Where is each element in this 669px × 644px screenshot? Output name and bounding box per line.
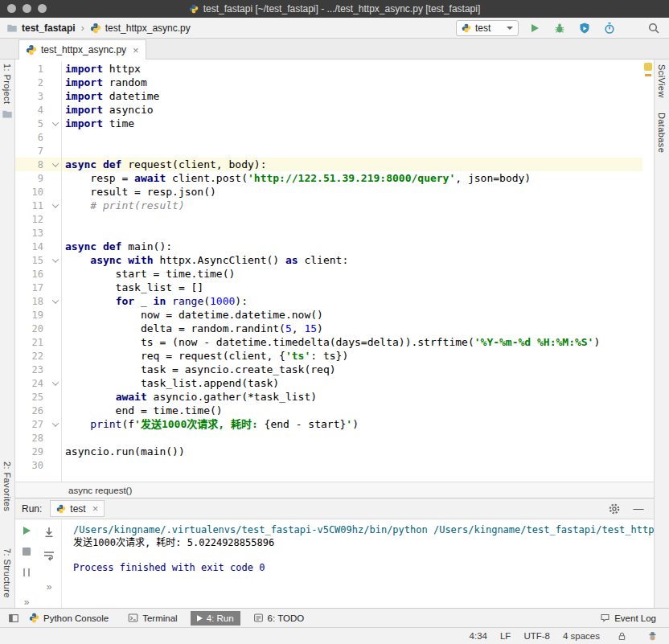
tool-button-terminal[interactable]: Terminal — [121, 610, 183, 626]
caret-position-widget[interactable]: 4:34 — [470, 631, 487, 641]
tool-button-run[interactable]: 4: Run — [191, 611, 240, 626]
gutter-line: 24 — [15, 376, 61, 390]
toolbar-overflow-chevron[interactable]: » — [47, 581, 52, 593]
close-run-tab-icon[interactable]: × — [92, 503, 99, 514]
inspections-indicator-icon[interactable] — [644, 63, 652, 71]
tool-button-project[interactable]: 1: Project — [0, 64, 14, 120]
gutter-line: 19 — [15, 308, 61, 322]
breadcrumb-file[interactable]: test_httpx_async.py — [105, 23, 191, 34]
breadcrumb-scope[interactable]: async request() — [68, 486, 132, 495]
fold-gutter — [50, 240, 61, 253]
fold-chevron-icon[interactable] — [50, 417, 61, 431]
run-config-name: test — [475, 23, 490, 34]
hide-panel-button[interactable]: — — [630, 500, 647, 518]
line-number: 4 — [15, 105, 50, 116]
code-line: resp = await client.post('http://122.51.… — [65, 171, 642, 185]
scroll-to-end-button[interactable] — [40, 523, 58, 541]
breadcrumb-project[interactable]: test_fastapi — [22, 23, 76, 34]
fold-gutter — [50, 431, 61, 445]
encoding-widget[interactable]: UTF-8 — [523, 631, 550, 641]
play-icon — [532, 24, 539, 32]
run-config-icon — [462, 23, 471, 33]
line-number: 22 — [15, 351, 50, 362]
readonly-lock-button[interactable] — [613, 627, 630, 644]
gutter-line: 10 — [15, 185, 61, 199]
run-configuration-select[interactable]: test — [456, 20, 519, 36]
line-number: 2 — [15, 77, 50, 88]
run-tool-window: Run: test × — — [15, 498, 654, 608]
gutter-line: 12 — [15, 212, 61, 226]
gutter-line: 27 — [15, 417, 61, 431]
line-number: 14 — [15, 241, 50, 252]
fold-chevron-icon[interactable] — [50, 294, 61, 308]
code-line: import httpx — [65, 62, 642, 76]
tool-button-structure[interactable]: 7: Structure — [0, 548, 14, 598]
code-line — [65, 458, 642, 472]
console-output[interactable]: /Users/kingname/.virtualenvs/test_fastap… — [62, 519, 654, 608]
fold-chevron-icon[interactable] — [50, 158, 61, 171]
line-number: 11 — [15, 200, 50, 211]
editor-tab-bar: test_httpx_async.py × — [0, 39, 669, 59]
profiler-button[interactable] — [601, 19, 618, 37]
down-arrow-icon — [43, 526, 55, 539]
tool-button-event-log[interactable]: Event Log — [593, 610, 663, 626]
project-label: 1: Project — [2, 64, 12, 104]
tool-button-favorites[interactable]: 2: Favorites — [0, 461, 14, 511]
zoom-window-button[interactable] — [38, 4, 47, 13]
fold-gutter — [50, 103, 61, 117]
gutter-line: 1 — [15, 62, 61, 76]
run-tab[interactable]: test × — [50, 500, 105, 517]
editor-tab[interactable]: test_httpx_async.py × — [18, 39, 146, 59]
stop-button[interactable] — [18, 544, 35, 560]
code-line: task_list = [] — [65, 281, 642, 294]
soft-wrap-button[interactable] — [40, 547, 58, 564]
fold-gutter — [50, 281, 61, 294]
editor-scrollbar[interactable] — [642, 62, 654, 482]
stopwatch-icon — [603, 22, 616, 35]
fold-chevron-icon[interactable] — [50, 253, 61, 267]
pause-output-button[interactable] — [18, 564, 35, 580]
fold-chevron-icon[interactable] — [50, 376, 61, 390]
gutter-line: 16 — [15, 267, 61, 281]
indent-widget[interactable]: 4 spaces — [563, 631, 600, 641]
toolbar-overflow-chevron[interactable]: » — [24, 597, 30, 608]
favorites-label: 2: Favorites — [2, 461, 12, 511]
editor[interactable]: 1234567891011121314151617181920212223242… — [15, 59, 654, 482]
gutter-line: 21 — [15, 335, 61, 349]
highlighting-level-button[interactable] — [643, 627, 661, 644]
minimize-window-button[interactable] — [23, 4, 31, 13]
debug-button[interactable] — [551, 19, 568, 37]
line-separator-widget[interactable]: LF — [500, 631, 511, 641]
tool-button-todo[interactable]: 6: TODO — [247, 610, 311, 626]
fold-chevron-icon[interactable] — [50, 117, 61, 130]
code-line — [65, 130, 642, 144]
pause-icon — [23, 568, 30, 576]
fold-gutter — [50, 226, 61, 240]
tool-window-switcher[interactable] — [5, 609, 23, 627]
chevron-down-icon — [507, 27, 513, 30]
fold-gutter — [50, 171, 61, 185]
python-file-icon — [26, 44, 37, 55]
code-line: for _ in range(1000): — [65, 294, 642, 308]
editor-tab-label: test_httpx_async.py — [41, 44, 126, 55]
close-tab-icon[interactable]: × — [133, 45, 139, 55]
search-everywhere-button[interactable] — [645, 19, 663, 37]
tool-button-python-console[interactable]: Python Console — [23, 610, 115, 626]
fold-gutter — [50, 308, 61, 322]
editor-code[interactable]: import httpximport randomimport datetime… — [62, 62, 642, 482]
close-window-button[interactable] — [7, 4, 16, 13]
line-number: 27 — [15, 419, 50, 430]
gutter-line: 6 — [15, 130, 61, 144]
fold-chevron-icon[interactable] — [50, 199, 61, 212]
tool-button-sciview[interactable]: SciView — [655, 64, 669, 98]
run-settings-button[interactable] — [605, 500, 623, 518]
terminal-icon — [128, 613, 138, 623]
code-line: await asyncio.gather(*task_list) — [65, 390, 642, 404]
run-button[interactable] — [526, 19, 544, 37]
event-log-balloon-icon — [600, 613, 610, 623]
rerun-button[interactable] — [18, 523, 35, 539]
warning-stripe-mark[interactable] — [645, 74, 651, 76]
tool-button-database[interactable]: Database — [655, 113, 669, 153]
fold-gutter — [50, 445, 61, 458]
run-with-coverage-button[interactable] — [576, 19, 593, 37]
